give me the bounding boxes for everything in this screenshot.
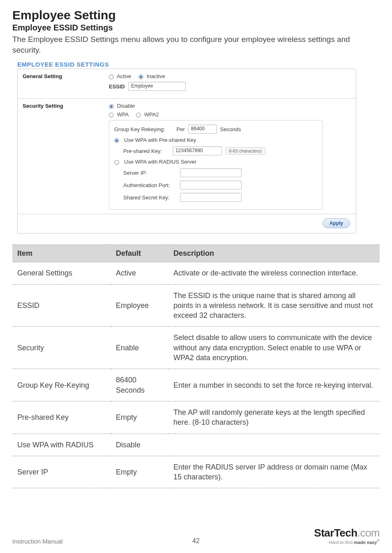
cell-description: Enter the RADIUS server IP address or do…	[168, 456, 380, 488]
psk-input[interactable]: 1234567890	[173, 146, 222, 155]
table-row: Security Enable Select disable to allow …	[12, 326, 380, 369]
brand-tag-b: made easy	[354, 540, 377, 545]
th-default: Default	[111, 245, 168, 262]
settings-panel: General Setting Active Inactive ESSID Em…	[17, 69, 356, 234]
wpa2-label: WPA2	[144, 111, 159, 118]
cell-default: 86400 Seconds	[111, 369, 168, 401]
psk-charnote: 8-63 characters)	[225, 147, 265, 155]
cell-description: Select disable to allow users to communi…	[168, 326, 380, 369]
brand-tag-a: Hard-to-find	[329, 540, 354, 545]
footer-page-number: 42	[192, 537, 200, 545]
cell-item: Server IP	[12, 456, 111, 488]
cell-default: Disable	[111, 434, 168, 456]
psk-label: Pre-shared Key:	[123, 148, 162, 154]
group-key-rekeying-label: Group Key Rekeying:	[114, 126, 165, 132]
table-row: Use WPA with RADIUS Disable	[12, 434, 380, 456]
page-subtitle: Employee ESSID Settings	[12, 23, 380, 32]
footer-brand: StarTech.com Hard-to-find made easy®	[314, 527, 380, 545]
brand-tag-reg: ®	[377, 539, 380, 543]
cell-default: Employee	[111, 285, 168, 327]
cell-description: Activate or de-activate the wireless con…	[168, 262, 380, 285]
wpa-radio[interactable]: WPA	[109, 111, 129, 118]
table-row: General Settings Active Activate or de-a…	[12, 262, 380, 285]
per-label: Per	[177, 126, 185, 132]
page-footer: Instruction Manual 42 StarTech.com Hard-…	[12, 527, 380, 545]
use-radius-radio[interactable]	[114, 159, 121, 165]
seconds-label: Seconds	[220, 126, 241, 132]
use-psk-label: Use WPA with Pre-shared Key	[124, 137, 196, 143]
cell-description: The AP will randomly generate keys at th…	[168, 401, 380, 434]
apply-button[interactable]: Apply	[323, 218, 350, 228]
th-item: Item	[12, 245, 111, 262]
page-title: Employee Setting	[12, 8, 380, 22]
general-setting-label: General Setting	[18, 69, 104, 98]
disable-radio[interactable]: Disable	[109, 103, 135, 109]
cell-default: Active	[111, 262, 168, 285]
cell-description	[168, 434, 380, 456]
inactive-label: Inactive	[147, 73, 165, 79]
auth-port-label: Authentication Port:	[123, 182, 177, 188]
security-setting-row: Security Setting Disable WPA WPA2 Group …	[18, 99, 356, 214]
use-psk-radio[interactable]	[114, 137, 121, 143]
page-intro: The Employee ESSID Settings menu allows …	[12, 34, 380, 55]
inactive-radio[interactable]: Inactive	[138, 73, 165, 79]
cell-description: Enter a number in seconds to set the for…	[168, 369, 380, 401]
cell-default: Empty	[111, 456, 168, 488]
server-ip-input[interactable]	[180, 168, 242, 177]
cell-item: General Settings	[12, 262, 111, 285]
brand-name-b: .com	[357, 527, 380, 539]
th-description: Description	[168, 245, 380, 262]
cell-item: Security	[12, 326, 111, 369]
essid-label: ESSID	[109, 83, 125, 90]
wpa2-radio[interactable]: WPA2	[136, 111, 159, 118]
general-setting-row: General Setting Active Inactive ESSID Em…	[18, 69, 356, 99]
active-label: Active	[117, 73, 131, 79]
disable-label: Disable	[117, 103, 135, 109]
server-ip-label: Server IP:	[123, 170, 177, 176]
table-row: Server IP Empty Enter the RADIUS server …	[12, 456, 380, 488]
description-table: Item Default Description General Setting…	[12, 244, 380, 488]
essid-input[interactable]: Employee	[128, 82, 186, 91]
wpa-label: WPA	[117, 111, 129, 118]
cell-item: Group Key Re-Keying	[12, 369, 111, 401]
rekey-seconds-input[interactable]: 86400	[188, 125, 217, 134]
security-setting-label: Security Setting	[18, 99, 104, 214]
table-row: Group Key Re-Keying 86400 Seconds Enter …	[12, 369, 380, 401]
cell-default: Enable	[111, 326, 168, 369]
cell-default: Empty	[111, 401, 168, 434]
cell-item: Use WPA with RADIUS	[12, 434, 111, 456]
auth-port-input[interactable]	[180, 180, 242, 190]
table-row: ESSID Employee The ESSID is the unique n…	[12, 285, 380, 327]
cell-item: ESSID	[12, 285, 111, 327]
panel-heading: EMPLOYEE ESSID SETTINGS	[17, 61, 380, 68]
footer-manual: Instruction Manual	[12, 538, 63, 545]
shared-secret-input[interactable]	[180, 193, 242, 202]
cell-item: Pre-shared Key	[12, 401, 111, 434]
use-radius-label: Use WPA with RADIUS Server	[124, 159, 196, 165]
active-radio[interactable]: Active	[109, 73, 131, 79]
shared-secret-label: Shared Secret Key:	[123, 194, 177, 201]
security-details-box: Group Key Rekeying: Per 86400 Seconds Us…	[109, 120, 323, 210]
brand-name-a: StarTech	[314, 527, 357, 539]
cell-description: The ESSID is the unique name that is sha…	[168, 285, 380, 327]
table-row: Pre-shared Key Empty The AP will randoml…	[12, 401, 380, 434]
